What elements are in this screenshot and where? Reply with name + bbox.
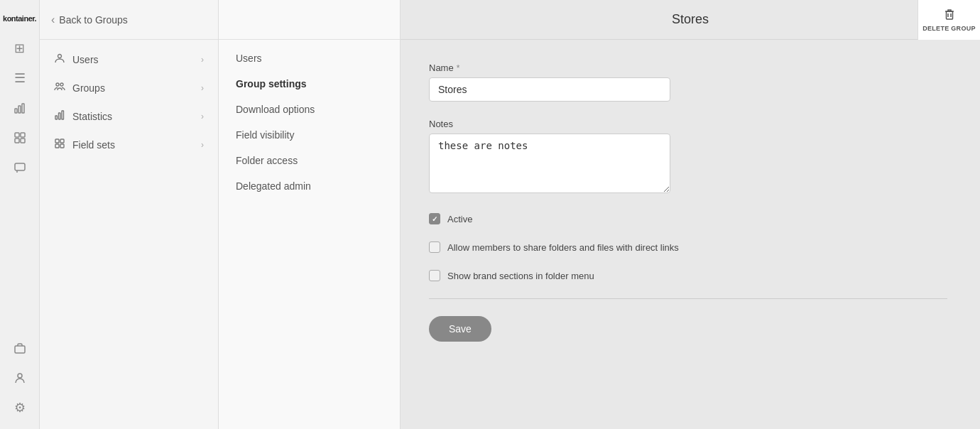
second-nav-item-folder-access[interactable]: Folder access	[219, 148, 400, 173]
list-icon[interactable]: ☰	[7, 65, 33, 91]
notes-form-group: Notes these are notes	[429, 119, 952, 196]
statistics-nav-icon	[54, 109, 65, 124]
svg-rect-0	[15, 109, 17, 113]
active-label: Active	[447, 214, 472, 224]
name-label: Name *	[429, 63, 952, 73]
sidebar-item-users[interactable]: Users ›	[40, 45, 218, 74]
left-sidebar: ‹ Back to Groups Users ›	[40, 0, 219, 429]
delete-group-label: DELETE GROUP	[922, 25, 976, 32]
svg-rect-20	[946, 11, 952, 19]
share-label: Allow members to share folders and files…	[447, 242, 679, 253]
svg-point-9	[18, 374, 22, 378]
svg-point-11	[56, 83, 59, 86]
svg-rect-7	[15, 163, 25, 170]
svg-rect-16	[55, 139, 59, 143]
svg-rect-5	[15, 139, 19, 143]
statistics-nav-label: Statistics	[72, 111, 194, 122]
main-header: Stores DELETE GROUP	[401, 0, 980, 40]
name-input[interactable]	[429, 77, 670, 102]
field-sets-nav-chevron: ›	[201, 140, 204, 150]
svg-rect-13	[55, 116, 58, 119]
trash-icon	[943, 8, 956, 23]
second-nav-group-settings-label: Group settings	[236, 78, 307, 89]
required-star: *	[457, 63, 460, 73]
svg-point-10	[58, 55, 62, 58]
svg-rect-14	[59, 113, 61, 119]
svg-rect-6	[21, 139, 25, 143]
users-nav-chevron: ›	[201, 55, 204, 65]
svg-rect-8	[15, 346, 25, 353]
second-nav-item-users[interactable]: Users	[219, 45, 400, 71]
active-checkbox-group: Active	[429, 213, 952, 224]
svg-rect-15	[62, 111, 64, 119]
users-nav-label: Users	[72, 54, 194, 65]
svg-rect-18	[55, 144, 59, 148]
second-nav-field-visibility-label: Field visibility	[236, 129, 294, 141]
second-nav-delegated-admin-label: Delegated admin	[236, 180, 311, 192]
svg-rect-4	[21, 133, 25, 137]
divider	[429, 298, 947, 299]
sidebar-item-statistics[interactable]: Statistics ›	[40, 102, 218, 131]
users-nav-icon	[54, 53, 65, 67]
brand-checkbox-group: Show brand sections in folder menu	[429, 270, 952, 281]
field-sets-nav-icon	[54, 138, 65, 152]
svg-point-12	[60, 83, 63, 86]
left-sidebar-header: ‹ Back to Groups	[40, 0, 218, 40]
page-title: Stores	[672, 12, 709, 27]
second-nav-item-download-options[interactable]: Download options	[219, 97, 400, 122]
second-nav-item-group-settings[interactable]: Group settings	[219, 71, 400, 97]
save-button[interactable]: Save	[429, 316, 491, 342]
back-chevron-icon: ‹	[51, 13, 55, 26]
field-sets-icon[interactable]	[7, 125, 33, 151]
back-to-groups-button[interactable]: ‹ Back to Groups	[51, 13, 128, 26]
notes-label: Notes	[429, 119, 952, 129]
delete-group-button[interactable]: DELETE GROUP	[918, 0, 980, 40]
second-nav-users-label: Users	[236, 53, 262, 64]
svg-rect-1	[18, 106, 21, 113]
second-sidebar: Users Group settings Download options Fi…	[219, 0, 401, 429]
groups-nav-chevron: ›	[201, 83, 204, 93]
second-nav-item-field-visibility[interactable]: Field visibility	[219, 122, 400, 148]
main-content: Stores DELETE GROUP Name *	[401, 0, 980, 429]
briefcase-icon[interactable]	[7, 335, 33, 361]
groups-nav-icon	[54, 81, 65, 95]
svg-rect-19	[60, 144, 64, 148]
svg-rect-17	[60, 139, 64, 143]
main-body: Name * Notes these are notes Active Allo…	[401, 40, 980, 429]
active-checkbox[interactable]	[429, 213, 440, 224]
svg-rect-2	[22, 104, 24, 113]
name-form-group: Name *	[429, 63, 952, 102]
second-nav-folder-access-label: Folder access	[236, 155, 298, 166]
field-sets-nav-label: Field sets	[72, 139, 194, 151]
logo: kontainer.	[0, 9, 39, 31]
settings-icon[interactable]: ⚙	[7, 395, 33, 420]
svg-rect-3	[15, 133, 19, 137]
person-icon[interactable]	[7, 365, 33, 391]
sidebar-item-field-sets[interactable]: Field sets ›	[40, 131, 218, 159]
second-nav-download-options-label: Download options	[236, 104, 315, 115]
sidebar-item-groups[interactable]: Groups ›	[40, 74, 218, 102]
share-checkbox-group: Allow members to share folders and files…	[429, 241, 952, 253]
notes-textarea[interactable]: these are notes	[429, 134, 670, 193]
icon-rail: kontainer. ⊞ ☰ ⚙	[0, 0, 40, 429]
brand-checkbox[interactable]	[429, 270, 440, 281]
statistics-nav-chevron: ›	[201, 112, 204, 121]
groups-nav-label: Groups	[72, 82, 194, 94]
second-nav-item-delegated-admin[interactable]: Delegated admin	[219, 173, 400, 199]
brand-label: Show brand sections in folder menu	[447, 271, 594, 281]
grid-icon[interactable]: ⊞	[7, 36, 33, 61]
chart-icon[interactable]	[7, 95, 33, 121]
back-label: Back to Groups	[59, 14, 128, 26]
chat-icon[interactable]	[7, 155, 33, 180]
second-sidebar-header	[219, 0, 400, 40]
second-nav: Users Group settings Download options Fi…	[219, 40, 400, 205]
share-checkbox[interactable]	[429, 241, 440, 253]
sidebar-nav: Users › Groups ›	[40, 40, 218, 165]
